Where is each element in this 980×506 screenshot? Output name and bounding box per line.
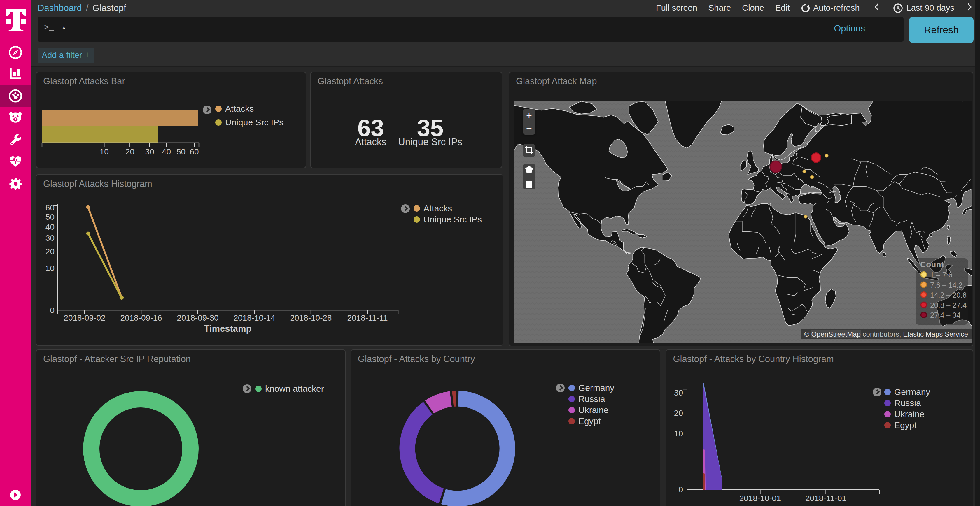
svg-text:60: 60 bbox=[46, 203, 54, 212]
svg-text:40: 40 bbox=[46, 222, 54, 232]
svg-text:60: 60 bbox=[189, 147, 199, 156]
svg-text:30: 30 bbox=[46, 233, 54, 243]
svg-text:30: 30 bbox=[674, 388, 683, 397]
svg-text:2018-09-16: 2018-09-16 bbox=[120, 313, 162, 322]
svg-text:27.4 – 34: 27.4 – 34 bbox=[930, 311, 961, 319]
svg-text:7.6 – 14.2: 7.6 – 14.2 bbox=[930, 281, 963, 289]
svg-text:0: 0 bbox=[679, 485, 683, 494]
svg-text:14.2 – 20.8: 14.2 – 20.8 bbox=[930, 291, 967, 299]
svg-text:0: 0 bbox=[50, 306, 54, 315]
svg-text:10: 10 bbox=[100, 147, 109, 156]
svg-text:50: 50 bbox=[46, 213, 54, 222]
svg-text:2018-09-30: 2018-09-30 bbox=[177, 313, 218, 322]
svg-text:20: 20 bbox=[674, 409, 683, 418]
svg-text:2018-09-02: 2018-09-02 bbox=[64, 313, 105, 322]
svg-text:20: 20 bbox=[46, 247, 54, 256]
svg-text:20.8 – 27.4: 20.8 – 27.4 bbox=[930, 301, 967, 309]
svg-text:10: 10 bbox=[46, 264, 54, 273]
svg-text:2018-10-28: 2018-10-28 bbox=[290, 313, 332, 322]
svg-text:2018-10-14: 2018-10-14 bbox=[233, 313, 275, 322]
svg-text:40: 40 bbox=[162, 147, 171, 156]
svg-text:2018-11-11: 2018-11-11 bbox=[347, 313, 388, 322]
svg-text:30: 30 bbox=[145, 147, 154, 156]
svg-text:50: 50 bbox=[177, 147, 186, 156]
svg-text:1 – 7.6: 1 – 7.6 bbox=[930, 271, 952, 279]
svg-text:Timestamp: Timestamp bbox=[204, 324, 251, 334]
svg-text:10: 10 bbox=[674, 429, 683, 438]
svg-text:20: 20 bbox=[126, 147, 134, 156]
svg-text:2018-11-01: 2018-11-01 bbox=[805, 494, 846, 503]
svg-text:2018-10-01: 2018-10-01 bbox=[740, 494, 781, 503]
